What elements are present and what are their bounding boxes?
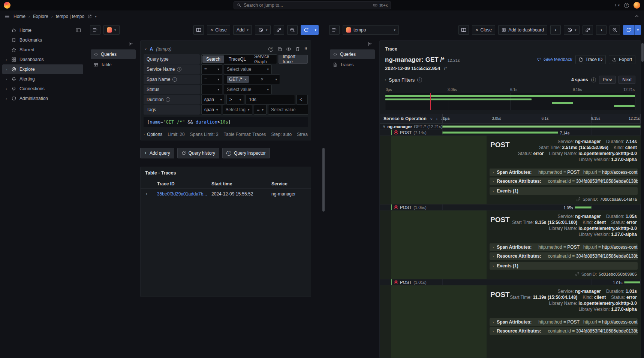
breadcrumb-explore[interactable]: Explore: [33, 14, 48, 19]
sidebar-item-starred[interactable]: Starred: [2, 45, 83, 55]
time-picker-button[interactable]: ▾: [564, 25, 580, 35]
collapse-chrome-icon[interactable]: [634, 13, 640, 19]
link-icon[interactable]: [575, 272, 580, 276]
close-pane-button[interactable]: ×Close: [207, 25, 230, 35]
trace-id-link[interactable]: 35be0f3d29a01adda7b...: [157, 191, 211, 197]
user-avatar[interactable]: [634, 2, 640, 9]
give-feedback-link[interactable]: Give feedback: [537, 57, 572, 62]
span-filters-toggle[interactable]: › Span Filters i: [385, 77, 422, 83]
span-name-chip[interactable]: GET /*×: [227, 76, 249, 83]
duplicate-query-icon[interactable]: [277, 46, 282, 52]
span-attributes-row[interactable]: › Span Attributes: http.method = POSThtt…: [490, 169, 638, 176]
expand-icon[interactable]: ›: [436, 116, 438, 121]
query-help-icon[interactable]: ?: [268, 47, 273, 52]
tags-scope-select[interactable]: span▾: [201, 105, 221, 115]
query-inspector-button[interactable]: iQuery inspector: [222, 148, 270, 158]
tab-table[interactable]: Table: [91, 60, 136, 70]
refresh-icon[interactable]: [301, 25, 312, 35]
breadcrumb-home[interactable]: Home: [13, 14, 25, 19]
options-toggle[interactable]: ›Options: [144, 132, 162, 137]
next-span-button[interactable]: Next: [619, 76, 635, 84]
duration-scope-select[interactable]: span▾: [201, 95, 225, 104]
tab-traces[interactable]: Traces: [330, 60, 375, 70]
sidebar-item-connections[interactable]: › Connections: [2, 84, 83, 94]
time-picker-button[interactable]: ▾: [255, 25, 271, 35]
resource-attributes-row[interactable]: › Resource Attributes: container.id = 30…: [490, 252, 638, 260]
sidebar-item-administration[interactable]: › Administration: [2, 94, 83, 103]
collapse-query-icon[interactable]: ∨: [144, 48, 147, 51]
prev-span-button[interactable]: Prev: [599, 76, 616, 84]
run-query-button[interactable]: ▾: [301, 25, 319, 35]
status-operator-select[interactable]: =▾: [201, 85, 222, 94]
status-value-select[interactable]: Select value▾: [224, 85, 272, 94]
duration-max-operator[interactable]: <: [297, 95, 308, 104]
sort-icon[interactable]: ∨: [430, 116, 433, 121]
collapse-sidebar-icon[interactable]: [128, 41, 133, 46]
scrollbar[interactable]: [641, 43, 644, 62]
scrollbar[interactable]: [322, 148, 325, 212]
tags-tag-select[interactable]: Select tag▾: [223, 105, 253, 115]
span-attributes-row[interactable]: › Span Attributes: http.method = POSThtt…: [490, 243, 638, 251]
span-bar[interactable]: [442, 125, 641, 128]
collapse-span-icon[interactable]: ∨: [383, 124, 385, 128]
zoom-out-icon[interactable]: [610, 25, 620, 35]
zoom-out-icon[interactable]: [287, 25, 298, 35]
span-row[interactable]: POST (1.05s) 1.05s: [380, 204, 641, 210]
query-rows-icon[interactable]: [90, 25, 100, 35]
duration-value-input[interactable]: [246, 95, 295, 104]
tags-value-select[interactable]: Select value: [268, 105, 308, 115]
share-icon[interactable]: [87, 14, 92, 19]
collapse-sidebar-icon[interactable]: [367, 41, 373, 46]
duration-operator-select[interactable]: >▾: [226, 95, 244, 104]
query-rows-icon[interactable]: [329, 25, 340, 35]
sidebar-item-home[interactable]: Home: [2, 25, 83, 35]
grafana-logo[interactable]: [4, 2, 10, 9]
span-name-operator-select[interactable]: =▾: [201, 75, 222, 84]
hide-response-icon[interactable]: [286, 46, 291, 52]
datasource-picker[interactable]: tempo ▾: [343, 25, 399, 35]
tab-service-graph[interactable]: Service Graph: [250, 55, 276, 63]
sidebar-item-dashboards[interactable]: › Dashboards: [2, 55, 83, 64]
time-back-button[interactable]: ‹: [550, 25, 561, 35]
run-query-button[interactable]: ▾: [623, 25, 641, 35]
sidebar-item-explore[interactable]: › Explore: [2, 64, 83, 74]
search-input[interactable]: [244, 3, 371, 8]
help-icon[interactable]: ?: [624, 3, 629, 8]
dock-menu-icon[interactable]: [76, 28, 81, 33]
add-query-button[interactable]: +Add query: [140, 148, 174, 158]
tab-queries[interactable]: Queries: [330, 49, 375, 59]
span-row[interactable]: POST (1.01s) 1.01s: [380, 279, 641, 285]
span-bar[interactable]: 1.01s: [624, 281, 641, 283]
span-name-value-select[interactable]: GET /*× × ▾: [224, 75, 280, 84]
link-icon[interactable]: [274, 25, 284, 35]
link-icon[interactable]: [576, 197, 581, 201]
sidebar-item-bookmarks[interactable]: Bookmarks: [2, 35, 83, 45]
resource-attributes-row[interactable]: › Resource Attributes: container.id = 30…: [490, 327, 638, 335]
add-to-dashboard-button[interactable]: Add to dashboard: [498, 25, 547, 35]
split-view-icon[interactable]: [193, 25, 204, 35]
tab-search[interactable]: Search: [202, 55, 224, 63]
datasource-picker[interactable]: ▾: [103, 25, 120, 35]
close-pane-button[interactable]: ×Close: [472, 25, 495, 35]
span-row-root[interactable]: ∨ ng-manager GET /* (12.21s): [380, 124, 641, 130]
span-bar[interactable]: 7.14s: [442, 131, 558, 134]
delete-query-icon[interactable]: [295, 46, 300, 52]
events-row[interactable]: › Events (1): [490, 262, 638, 270]
service-name-operator-select[interactable]: =▾: [201, 64, 222, 74]
time-forward-button[interactable]: ›: [596, 25, 607, 35]
minimap-canvas[interactable]: [385, 93, 635, 110]
search-box[interactable]: ⌘+k: [234, 1, 391, 9]
events-row[interactable]: › Events (1): [490, 187, 638, 195]
link-icon[interactable]: [583, 25, 593, 35]
service-name-value-select[interactable]: Select value▾: [224, 64, 272, 74]
split-view-icon[interactable]: [458, 25, 469, 35]
import-trace-button[interactable]: Import trace: [279, 55, 308, 64]
tags-operator-select[interactable]: =▾: [254, 105, 267, 115]
sidebar-item-alerting[interactable]: › Alerting: [2, 74, 83, 84]
export-button[interactable]: Export: [609, 55, 635, 64]
drag-handle-icon[interactable]: ⠿: [304, 46, 307, 52]
span-attributes-row[interactable]: › Span Attributes: http.method = POSThtt…: [490, 318, 638, 326]
tab-queries[interactable]: Queries: [91, 49, 136, 59]
tab-traceql[interactable]: TraceQL: [225, 55, 250, 63]
trace-id-button[interactable]: Trace ID: [575, 55, 606, 64]
